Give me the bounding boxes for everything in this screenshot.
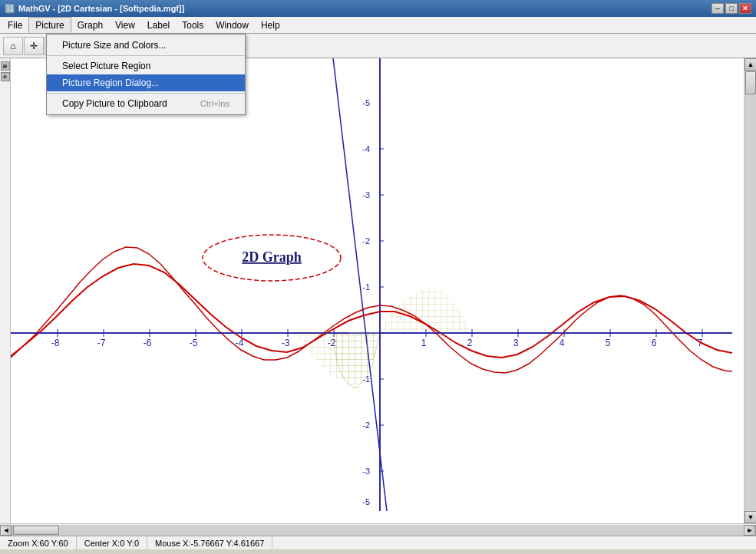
svg-text:6: 6 — [652, 338, 657, 348]
dropdown-separator-1 — [47, 55, 245, 56]
toolbar-crosshair[interactable]: ✛ — [24, 37, 44, 55]
left-panel: ⊕ ✛ — [0, 58, 11, 523]
svg-text:-7: -7 — [97, 338, 106, 348]
graph-area: -8 -7 -6 -5 -4 -3 -2 -1 1 2 3 4 — [11, 58, 744, 523]
dropdown-separator-2 — [47, 93, 245, 94]
picture-dropdown: Picture Size and Colors... Select Pictur… — [46, 34, 246, 115]
svg-text:-3: -3 — [282, 338, 290, 348]
menu-picture-region-dialog[interactable]: Picture Region Dialog... — [47, 74, 245, 91]
svg-text:-5: -5 — [362, 497, 370, 506]
svg-text:-8: -8 — [51, 338, 60, 348]
left-tool-2[interactable]: ✛ — [1, 72, 10, 81]
svg-text:-3: -3 — [362, 467, 370, 476]
bottom-scrollbar: ◄ ► — [0, 523, 756, 536]
status-zoom: Zoom X:60 Y:60 — [0, 536, 77, 549]
status-mouse: Mouse X:-5.76667 Y:4.61667 — [147, 536, 272, 549]
scroll-down-button[interactable]: ▼ — [744, 511, 756, 523]
svg-text:4: 4 — [560, 338, 565, 348]
menu-view[interactable]: View — [109, 17, 141, 33]
svg-text:-6: -6 — [144, 338, 152, 348]
svg-text:-4: -4 — [362, 144, 370, 153]
svg-text:2D Graph: 2D Graph — [242, 249, 302, 265]
svg-rect-59 — [348, 97, 379, 511]
main-area: ⊕ ✛ - — [0, 58, 756, 523]
scroll-up-button[interactable]: ▲ — [744, 58, 756, 71]
scroll-left-button[interactable]: ◄ — [0, 525, 12, 536]
status-center: Center X:0 Y:0 — [77, 536, 147, 549]
left-tool-1[interactable]: ⊕ — [1, 61, 10, 71]
close-button[interactable]: ✕ — [739, 3, 751, 14]
menu-window[interactable]: Window — [210, 17, 255, 33]
svg-text:-2: -2 — [362, 420, 370, 430]
scroll-track-vertical[interactable] — [744, 71, 756, 511]
graph-svg: -8 -7 -6 -5 -4 -3 -2 -1 1 2 3 4 — [11, 58, 732, 511]
svg-text:-1: -1 — [362, 282, 370, 292]
right-scrollbar: ▲ ▼ — [744, 58, 756, 523]
menu-picture-size-colors[interactable]: Picture Size and Colors... — [47, 37, 245, 54]
scroll-thumb-horizontal[interactable] — [13, 526, 59, 535]
menu-picture[interactable]: Picture — [28, 17, 71, 33]
svg-text:3: 3 — [513, 338, 519, 348]
svg-text:1: 1 — [421, 338, 427, 348]
menu-graph[interactable]: Graph — [71, 17, 109, 33]
svg-text:2: 2 — [467, 338, 473, 348]
scroll-thumb-vertical[interactable] — [745, 71, 756, 94]
window-title: MathGV - [2D Cartesian - [Softpedia.mgf]… — [18, 4, 184, 13]
title-bar: 🔢 MathGV - [2D Cartesian - [Softpedia.mg… — [0, 0, 756, 17]
minimize-button[interactable]: ─ — [711, 3, 724, 14]
menu-copy-picture[interactable]: Copy Picture to Clipboard Ctrl+Ins — [47, 95, 245, 112]
scroll-track-horizontal[interactable] — [12, 525, 744, 536]
maximize-button[interactable]: □ — [725, 3, 738, 14]
svg-text:-3: -3 — [362, 190, 370, 200]
menu-tools[interactable]: Tools — [176, 17, 210, 33]
menu-file[interactable]: File — [2, 17, 28, 33]
svg-text:-2: -2 — [362, 236, 370, 246]
window-controls: ─ □ ✕ — [711, 3, 751, 14]
menu-help[interactable]: Help — [255, 17, 286, 33]
menu-label[interactable]: Label — [141, 17, 176, 33]
svg-text:-5: -5 — [190, 338, 198, 348]
toolbar-home[interactable]: ⌂ — [3, 37, 23, 55]
menu-select-picture-region[interactable]: Select Picture Region — [47, 58, 245, 74]
svg-text:-5: -5 — [362, 98, 370, 107]
menu-bar: File Picture Graph View Label Tools Wind… — [0, 17, 756, 34]
status-bar: Zoom X:60 Y:60 Center X:0 Y:0 Mouse X:-5… — [0, 536, 756, 549]
scroll-right-button[interactable]: ► — [744, 525, 756, 536]
svg-text:5: 5 — [606, 338, 611, 348]
app-icon: 🔢 — [5, 4, 15, 14]
